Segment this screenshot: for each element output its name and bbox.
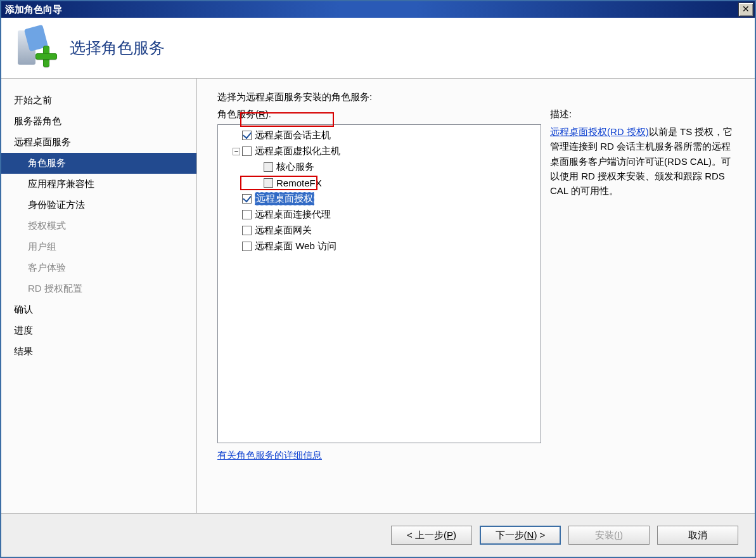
tree-item-label[interactable]: 远程桌面虚拟化主机 [255,145,340,157]
next-button[interactable]: 下一步(N) > [480,526,561,545]
sidebar-item-10[interactable]: 确认 [1,299,196,320]
description-pane: 描述: 远程桌面授权(RD 授权)以前是 TS 授权，它管理连接到 RD 会话主… [550,108,738,462]
two-column: 角色服务(R): 远程桌面会话主机−远程桌面虚拟化主机核心服务RemoteFX远… [217,108,738,462]
sidebar-item-6: 授权模式 [1,216,196,237]
sidebar-item-3[interactable]: 角色服务 [1,153,196,174]
sidebar-item-4[interactable]: 应用程序兼容性 [1,174,196,195]
sidebar-item-12[interactable]: 结果 [1,341,196,362]
cancel-button[interactable]: 取消 [657,526,738,545]
tree-item-label[interactable]: RemoteFX [276,178,322,188]
sidebar-item-5[interactable]: 身份验证方法 [1,195,196,216]
sidebar-item-0[interactable]: 开始之前 [1,90,196,111]
checkbox[interactable] [242,226,252,235]
tree-row-3[interactable]: RemoteFX [219,175,539,191]
title-bar: 添加角色向导 ✕ [1,1,755,18]
close-button[interactable]: ✕ [738,3,753,16]
description-title: 描述: [550,108,738,120]
services-column: 角色服务(R): 远程桌面会话主机−远程桌面虚拟化主机核心服务RemoteFX远… [217,108,541,462]
tree-item-label[interactable]: 远程桌面授权 [255,192,314,205]
checkbox[interactable] [242,131,252,140]
checkbox[interactable] [242,194,252,204]
plus-icon [35,46,57,67]
tree-item-label[interactable]: 核心服务 [276,161,314,173]
description-text: 远程桌面授权(RD 授权)以前是 TS 授权，它管理连接到 RD 会话主机服务器… [550,124,738,198]
tree-row-6[interactable]: 远程桌面网关 [219,223,539,238]
tree-item-label[interactable]: 远程桌面网关 [255,224,312,237]
tree-row-7[interactable]: 远程桌面 Web 访问 [219,238,539,254]
callout-box [240,124,334,127]
checkbox[interactable] [264,162,273,172]
wizard-icon [13,28,57,68]
checkbox[interactable] [242,242,252,251]
checkbox[interactable] [242,146,252,156]
services-label: 角色服务(R): [217,108,541,120]
role-services-tree[interactable]: 远程桌面会话主机−远程桌面虚拟化主机核心服务RemoteFX远程桌面授权远程桌面… [217,124,541,443]
tree-row-4[interactable]: 远程桌面授权 [219,191,539,207]
description-link[interactable]: 远程桌面授权(RD 授权) [550,126,649,137]
tree-item-label[interactable]: 远程桌面会话主机 [255,129,331,141]
close-icon: ✕ [742,4,750,14]
checkbox[interactable] [264,178,273,188]
header: 选择角色服务 [1,18,755,79]
tree-item-label[interactable]: 远程桌面连接代理 [255,209,331,221]
sidebar-item-9: RD 授权配置 [1,278,196,299]
back-button[interactable]: < 上一步(P) [391,526,472,545]
sidebar-item-7: 用户组 [1,237,196,257]
sidebar-item-1[interactable]: 服务器角色 [1,111,196,132]
page-heading: 选择角色服务 [70,37,165,58]
more-info-link[interactable]: 有关角色服务的详细信息 [217,450,322,462]
checkbox[interactable] [242,210,252,219]
sidebar: 开始之前服务器角色远程桌面服务角色服务应用程序兼容性身份验证方法授权模式用户组客… [1,79,197,514]
footer: < 上一步(P) 下一步(N) > 安装(I) 取消 [1,513,755,557]
sidebar-item-2[interactable]: 远程桌面服务 [1,132,196,153]
tree-item-label[interactable]: 远程桌面 Web 访问 [255,240,336,252]
tree-row-5[interactable]: 远程桌面连接代理 [219,207,539,223]
sidebar-item-11[interactable]: 进度 [1,320,196,341]
body: 开始之前服务器角色远程桌面服务角色服务应用程序兼容性身份验证方法授权模式用户组客… [1,79,755,514]
expander-icon[interactable]: − [233,148,240,155]
tree-row-1[interactable]: −远程桌面虚拟化主机 [219,143,539,159]
wizard-window: 添加角色向导 ✕ 选择角色服务 开始之前服务器角色远程桌面服务角色服务应用程序兼… [0,0,756,558]
tree-row-0[interactable]: 远程桌面会话主机 [219,127,539,143]
content: 选择为远程桌面服务安装的角色服务: 角色服务(R): 远程桌面会话主机−远程桌面… [197,79,755,514]
window-title: 添加角色向导 [5,4,738,16]
install-button: 安装(I) [568,526,650,545]
tree-row-2[interactable]: 核心服务 [219,159,539,175]
sidebar-item-8: 客户体验 [1,257,196,278]
instruction: 选择为远程桌面服务安装的角色服务: [217,91,738,103]
